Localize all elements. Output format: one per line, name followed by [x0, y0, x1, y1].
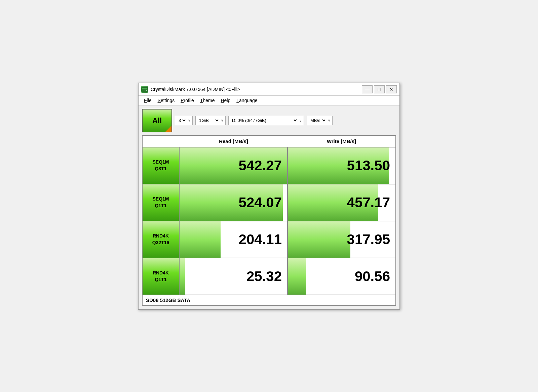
- svg-rect-2: [142, 90, 147, 90]
- size-select-wrapper[interactable]: 1GiB 512MiB 2GiB ∨: [195, 116, 226, 125]
- read-value-rnd4k-q32t16: 204.11: [239, 231, 282, 248]
- write-cell-seq1m-q1t1: 457.17: [287, 184, 395, 221]
- svg-rect-1: [142, 88, 147, 89]
- write-value-rnd4k-q32t16: 317.95: [347, 231, 390, 248]
- toolbar: All 3 1 5 ∨ 1GiB 512MiB 2GiB ∨: [142, 109, 396, 132]
- drive-select-wrapper[interactable]: D: 0% (0/477GiB) ∨: [228, 116, 304, 125]
- menu-theme[interactable]: Theme: [197, 97, 218, 104]
- all-button[interactable]: All: [142, 109, 172, 132]
- menu-profile[interactable]: Profile: [178, 97, 197, 104]
- unit-select-wrapper[interactable]: MB/s GB/s IOPS ∨: [307, 116, 333, 125]
- read-value-seq1m-q8t1: 542.27: [239, 158, 282, 174]
- size-chevron: ∨: [221, 119, 223, 122]
- read-bar-rnd4k-q32t16: [180, 221, 221, 258]
- table-row: SEQ1MQ1T1 524.07 457.17: [143, 184, 395, 221]
- menu-settings[interactable]: Settings: [155, 97, 178, 104]
- read-cell-rnd4k-q1t1: 25.32: [180, 258, 287, 295]
- write-cell-rnd4k-q32t16: 317.95: [287, 221, 395, 258]
- count-select[interactable]: 3 1 5: [177, 118, 187, 123]
- minimize-button[interactable]: —: [362, 85, 373, 93]
- row-label-rnd4k-q1t1: RND4KQ1T1: [143, 258, 180, 295]
- window-title: CrystalDiskMark 7.0.0 x64 [ADMIN] <0Fill…: [151, 87, 359, 92]
- write-bar-rnd4k-q1t1: [288, 258, 306, 295]
- unit-chevron: ∨: [328, 119, 330, 122]
- write-value-seq1m-q1t1: 457.17: [347, 194, 390, 211]
- drive-chevron: ∨: [299, 119, 302, 122]
- read-header: Read [MB/s]: [180, 137, 287, 145]
- write-value-seq1m-q8t1: 513.50: [347, 158, 390, 174]
- header-spacer: [143, 137, 180, 145]
- row-label-rnd4k-q32t16: RND4KQ32T16: [143, 221, 180, 258]
- menu-file[interactable]: File: [141, 97, 154, 104]
- svg-point-3: [146, 90, 147, 91]
- results-area: Read [MB/s] Write [MB/s] SEQ1MQ8T1 542.2…: [142, 135, 396, 306]
- table-row: RND4KQ1T1 25.32 90.56: [143, 258, 395, 295]
- unit-select[interactable]: MB/s GB/s IOPS: [309, 118, 326, 123]
- drive-info: SD08 512GB SATA: [146, 297, 190, 303]
- window-controls: — □ ✕: [362, 85, 397, 93]
- row-label-seq1m-q1t1: SEQ1MQ1T1: [143, 184, 180, 221]
- menu-help[interactable]: Help: [218, 97, 233, 104]
- menu-bar: File Settings Profile Theme Help Languag…: [139, 96, 399, 105]
- read-value-seq1m-q1t1: 524.07: [239, 194, 282, 211]
- close-button[interactable]: ✕: [386, 85, 397, 93]
- read-cell-seq1m-q1t1: 524.07: [180, 184, 287, 221]
- read-cell-rnd4k-q32t16: 204.11: [180, 221, 287, 258]
- row-label-seq1m-q8t1: SEQ1MQ8T1: [143, 147, 180, 184]
- read-value-rnd4k-q1t1: 25.32: [246, 268, 282, 285]
- count-chevron: ∨: [188, 119, 190, 122]
- title-bar: CrystalDiskMark 7.0.0 x64 [ADMIN] <0Fill…: [139, 83, 399, 96]
- table-row: RND4KQ32T16 204.11 317.95: [143, 221, 395, 258]
- write-cell-seq1m-q8t1: 513.50: [287, 147, 395, 184]
- main-window: CrystalDiskMark 7.0.0 x64 [ADMIN] <0Fill…: [138, 83, 400, 310]
- write-cell-rnd4k-q1t1: 90.56: [287, 258, 395, 295]
- write-bar-rnd4k-q32t16: [288, 221, 350, 258]
- menu-language[interactable]: Language: [234, 97, 260, 104]
- count-select-wrapper[interactable]: 3 1 5 ∨: [175, 116, 193, 125]
- read-cell-seq1m-q8t1: 542.27: [180, 147, 287, 184]
- read-bar-rnd4k-q1t1: [180, 258, 185, 295]
- drive-select[interactable]: D: 0% (0/477GiB): [231, 118, 298, 123]
- write-value-rnd4k-q1t1: 90.56: [355, 268, 390, 285]
- status-bar: SD08 512GB SATA: [143, 295, 395, 305]
- content-area: All 3 1 5 ∨ 1GiB 512MiB 2GiB ∨: [139, 105, 399, 309]
- table-row: SEQ1MQ8T1 542.27 513.50: [143, 147, 395, 184]
- size-select[interactable]: 1GiB 512MiB 2GiB: [198, 118, 220, 123]
- maximize-button[interactable]: □: [374, 85, 385, 93]
- column-headers: Read [MB/s] Write [MB/s]: [143, 136, 395, 147]
- app-icon: [141, 86, 148, 93]
- write-header: Write [MB/s]: [287, 137, 395, 145]
